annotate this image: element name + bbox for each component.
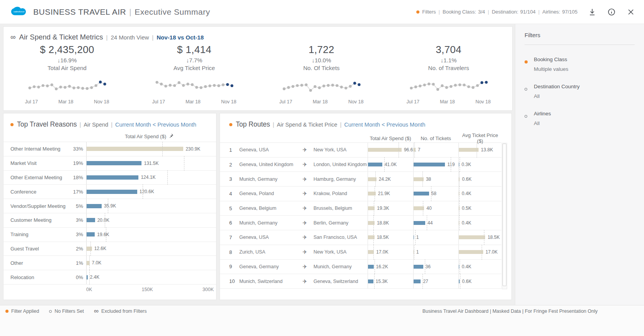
travel-reason-bar[interactable] — [87, 232, 95, 237]
filter-item-value: All — [534, 120, 635, 126]
travel-reason-bar[interactable] — [87, 275, 88, 279]
route-metric-bar[interactable] — [459, 279, 460, 283]
app-header: salesforce BUSINESS TRAVEL AIR|Executive… — [0, 0, 644, 24]
route-metric-value: 44 — [428, 220, 433, 226]
route-metric-bar[interactable] — [414, 221, 425, 225]
route-row: 3Munich, Germany✈Hamburg, Germany24.2K38… — [220, 172, 501, 187]
download-icon[interactable] — [588, 7, 597, 17]
route-metric-cell: 38 — [413, 172, 458, 186]
route-destination: Brussels, Belgium — [313, 206, 368, 211]
route-metric-value: 1 — [416, 249, 419, 255]
travel-reason-row: Other External Meeting18%124.1K — [3, 171, 216, 185]
route-metric-bar[interactable] — [414, 265, 423, 269]
kpi-delta: ↓1.1% — [385, 57, 512, 63]
travel-reason-bar[interactable] — [87, 161, 141, 165]
prev-month-refline — [460, 157, 460, 172]
legend-label: Excluded from Filters — [101, 309, 147, 314]
prev-month-refline — [459, 186, 460, 201]
travel-reason-bar[interactable] — [87, 190, 137, 194]
filter-item-booking-class[interactable]: Booking ClassMultiple values — [525, 57, 635, 72]
plane-icon: ✈ — [296, 190, 313, 197]
travel-reason-row: Conference17%120.6K — [3, 185, 216, 199]
prev-month-refline — [373, 215, 374, 230]
route-metric-bar[interactable] — [414, 279, 421, 283]
filter-applied-dot-icon — [229, 123, 232, 126]
route-metric-bar[interactable] — [459, 163, 459, 166]
route-metric-bar[interactable] — [368, 148, 402, 152]
route-metric-cell: 119 — [413, 158, 458, 172]
routes-scrollbar[interactable] — [502, 143, 507, 289]
travel-reason-bar-area: 19.6K — [86, 228, 212, 242]
prev-month-refline — [415, 230, 416, 245]
kpi-card: 3,704↓1.1%No. of TravelersJul 17Mar 18No… — [385, 44, 512, 105]
prev-month-refline — [459, 171, 460, 187]
prev-month-refline — [451, 157, 451, 172]
travel-reason-bar-area: 124.1K — [86, 171, 212, 185]
travel-reason-bar[interactable] — [87, 147, 183, 151]
prev-month-refline — [414, 245, 414, 260]
routes-scrollbar-thumb[interactable] — [503, 144, 506, 286]
route-destination: Geneva, Switzerland — [313, 279, 368, 284]
route-metric-value: 13.8K — [481, 147, 493, 153]
kpi-label: No. of Travelers — [385, 65, 512, 71]
route-metric-cell: 0.4K — [458, 260, 502, 274]
travel-reasons-title: Top Travel Reasons | Air Spend | Current… — [3, 113, 216, 129]
travel-reason-value: 230.9K — [186, 146, 200, 152]
travel-reason-bar[interactable] — [87, 218, 95, 222]
plane-icon: ✈ — [296, 249, 313, 255]
route-metric-bar[interactable] — [414, 163, 445, 166]
filter-item-destination-country[interactable]: Destination CountryAll — [525, 84, 635, 99]
top-routes-panel: Top Routes | Air Spend & Ticket Price | … — [220, 113, 512, 300]
filter-item-name: Airlines — [534, 111, 635, 119]
route-metric-value: 0.6K — [462, 177, 472, 182]
travel-reasons-axis: 0K150K300K — [86, 287, 214, 292]
prev-month-refline — [184, 156, 184, 171]
route-destination: Berlin, Germany — [313, 220, 368, 226]
legend-label: No Filters Set — [55, 309, 84, 314]
sparkline-axis: Jul 17Mar 18Nov 18 — [279, 99, 364, 105]
prev-month-refline — [373, 230, 374, 245]
travel-reason-bar[interactable] — [87, 175, 138, 180]
route-metric-bar[interactable] — [414, 235, 414, 239]
route-metric-bar[interactable] — [368, 163, 382, 166]
kpi-row: $ 2,435,200↓16.9%Total Air SpendJul 17Ma… — [3, 44, 512, 105]
route-metric-bar[interactable] — [459, 250, 483, 254]
travel-reason-bar[interactable] — [87, 204, 102, 208]
sparkline-axis-label: Jul 17 — [152, 99, 165, 105]
route-metric-bar[interactable] — [368, 279, 373, 283]
kpi-card: $ 1,414↓7.7%Avg Ticket PriceJul 17Mar 18… — [131, 44, 258, 105]
route-metric-cell: 1 — [413, 230, 458, 245]
route-row: 7Geneva, USA✈San Francisco, USA18.5K118.… — [220, 230, 501, 245]
route-rank: 7 — [229, 235, 239, 240]
filter-summary-value: 3/4 — [478, 9, 485, 15]
travel-reason-label: Vendor/Supplier Meeting — [10, 203, 68, 209]
sparkline-axis-label: Jul 17 — [25, 99, 38, 105]
top-routes-compare: Current Month < Previous Month — [344, 122, 425, 128]
travel-reason-percent: 0% — [68, 274, 83, 280]
route-metric-value: 19.3K — [377, 206, 389, 211]
route-metric-bar[interactable] — [414, 192, 429, 195]
travel-reasons-panel: Top Travel Reasons | Air Spend | Current… — [3, 113, 216, 300]
dot — [525, 88, 527, 91]
route-metric-value: 1 — [416, 235, 419, 240]
sparkline-axis-label: Mar 18 — [58, 99, 73, 105]
sparkline-axis-label: Nov 18 — [94, 99, 109, 105]
prev-month-refline — [484, 230, 484, 245]
travel-reason-bar-area: 35.9K — [86, 199, 212, 213]
route-metric-bar[interactable] — [459, 235, 485, 239]
route-metric-bar[interactable] — [368, 265, 374, 269]
route-metric-cell: 18.8K — [368, 216, 413, 230]
route-metric-bar[interactable] — [459, 148, 479, 152]
route-metric-cell: 0.6K — [458, 274, 502, 288]
travel-reason-bar-area: 7.0K — [86, 256, 212, 270]
kpi-card: $ 2,435,200↓16.9%Total Air SpendJul 17Ma… — [3, 44, 131, 105]
travel-reason-bar[interactable] — [87, 247, 92, 251]
close-icon[interactable] — [626, 7, 635, 17]
info-icon[interactable] — [607, 7, 616, 17]
sparkline-axis-label: Mar 18 — [186, 99, 201, 105]
travel-reason-percent: 18% — [68, 175, 83, 180]
kpi-sparkline — [27, 75, 108, 95]
filter-item-airlines[interactable]: AirlinesAll — [525, 111, 635, 126]
route-metric-cell: 0.6K — [458, 172, 502, 186]
pin-icon — [169, 133, 174, 139]
